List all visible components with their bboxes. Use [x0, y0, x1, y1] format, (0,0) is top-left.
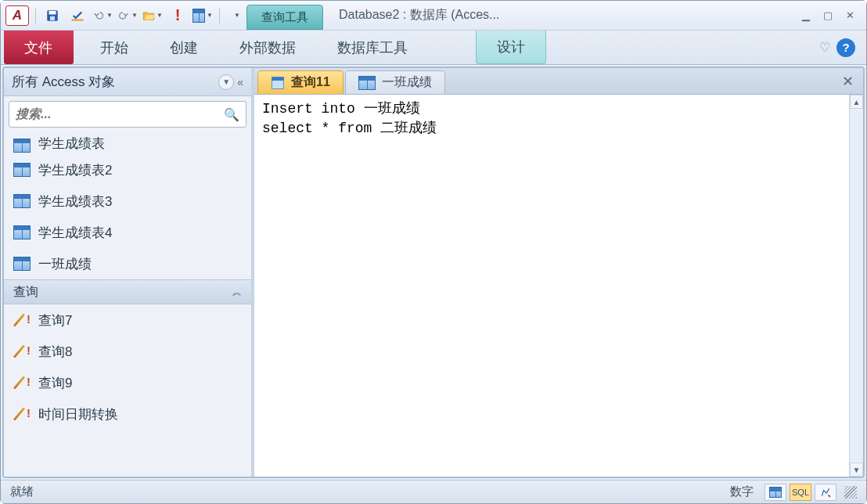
table-icon	[13, 225, 31, 239]
title-bar: A ▼ ▼ ▼ !	[1, 1, 866, 31]
design-view-button[interactable]	[815, 484, 836, 501]
datasheet-view-button[interactable]: ▼	[192, 6, 213, 25]
tab-file[interactable]: 文件	[4, 31, 74, 64]
table-icon	[13, 163, 31, 177]
close-button[interactable]: ✕	[840, 8, 860, 23]
minimize-button[interactable]: ▁	[796, 8, 816, 23]
scroll-up-button[interactable]: ▲	[850, 95, 863, 109]
nav-query-item[interactable]: 时间日期转换	[4, 398, 251, 430]
nav-search-box: 🔍	[9, 101, 246, 128]
chevron-up-icon: ︽	[232, 286, 242, 299]
search-input[interactable]	[16, 107, 224, 121]
tab-create[interactable]: 创建	[149, 31, 219, 64]
svg-rect-1	[49, 11, 56, 15]
doc-tab-label: 查询11	[291, 74, 330, 91]
query-icon	[13, 312, 31, 328]
open-button[interactable]: ▼	[142, 6, 163, 25]
maximize-button[interactable]: ▢	[818, 8, 838, 23]
query-icon	[13, 344, 31, 359]
dropdown-arrow-icon: ▼	[106, 12, 113, 19]
sql-editor[interactable]: Insert into 一班成绩 select * from 二班成绩	[254, 95, 849, 477]
nav-item-label: 学生成绩表2	[38, 161, 112, 179]
nav-item-label: 学生成绩表4	[38, 224, 112, 242]
tab-design[interactable]: 设计	[476, 31, 546, 64]
resize-grip[interactable]	[844, 486, 857, 499]
datasheet-view-button[interactable]	[764, 484, 786, 501]
table-icon	[13, 194, 31, 208]
app-icon: A	[5, 5, 29, 26]
nav-object-list[interactable]: 学生成绩表 学生成绩表2 学生成绩表3 学生成绩表4 一班成绩	[4, 132, 251, 477]
query-icon	[13, 406, 31, 422]
nav-item-label: 查询8	[38, 343, 72, 361]
brush-check-icon	[70, 9, 85, 23]
svg-rect-2	[50, 16, 55, 20]
save-icon	[45, 9, 59, 23]
sql-view-button[interactable]: SQL	[790, 484, 811, 501]
vertical-scrollbar[interactable]: ▲ ▼	[849, 95, 863, 477]
window-title: Database2 : 数据库 (Acces...	[339, 7, 796, 23]
save-button[interactable]	[42, 6, 63, 25]
status-mode-text: 数字	[730, 484, 754, 499]
help-button[interactable]: ?	[836, 38, 855, 57]
tab-database-tools[interactable]: 数据库工具	[317, 31, 429, 64]
search-icon[interactable]: 🔍	[224, 107, 239, 122]
quick-format-button[interactable]	[67, 6, 88, 25]
dropdown-arrow-icon: ▼	[156, 12, 163, 19]
status-text: 就绪	[10, 484, 34, 499]
nav-table-item[interactable]: 学生成绩表2	[4, 154, 251, 185]
ribbon-tabs: 文件 开始 创建 外部数据 数据库工具 设计 ♡ ?	[1, 31, 866, 65]
table-icon	[192, 9, 205, 23]
doc-tab-class1-scores[interactable]: 一班成绩	[345, 70, 445, 94]
redo-button[interactable]: ▼	[117, 6, 138, 25]
nav-table-item[interactable]: 学生成绩表	[4, 132, 251, 154]
nav-table-item[interactable]: 学生成绩表3	[4, 185, 251, 217]
nav-group-queries[interactable]: 查询 ︽	[4, 279, 251, 304]
nav-table-item[interactable]: 学生成绩表4	[4, 217, 251, 248]
doc-tab-close-button[interactable]: ✕	[833, 73, 863, 90]
separator	[219, 8, 220, 23]
contextual-tab-area: 查询工具	[246, 1, 323, 30]
undo-button[interactable]: ▼	[92, 6, 113, 25]
tab-external-data[interactable]: 外部数据	[219, 31, 317, 64]
folder-open-icon	[142, 9, 155, 23]
alert-button[interactable]: !	[167, 6, 188, 25]
svg-rect-5	[272, 77, 284, 81]
nav-item-label: 学生成绩表	[38, 135, 105, 153]
nav-query-item[interactable]: 查询9	[4, 367, 251, 398]
nav-query-item[interactable]: 查询7	[4, 304, 251, 336]
svg-rect-3	[72, 19, 84, 20]
status-right: 数字 SQL	[730, 484, 857, 501]
document-tabs: 查询11 一班成绩 ✕	[254, 68, 863, 95]
doc-tab-label: 一班成绩	[382, 74, 432, 91]
table-icon	[13, 139, 31, 153]
window-controls: ▁ ▢ ✕	[796, 8, 860, 23]
query-tab-icon	[271, 76, 285, 90]
nav-table-item[interactable]: 一班成绩	[4, 248, 251, 279]
nav-collapse-button[interactable]: «	[237, 76, 243, 88]
nav-pane-title: 所有 Access 对象	[12, 73, 115, 91]
dropdown-arrow-icon: ▼	[207, 12, 213, 19]
quick-access-toolbar: ▼ ▼ ▼ ! ▼ ▼	[42, 6, 246, 25]
ribbon-minimize-icon[interactable]: ♡	[819, 40, 830, 55]
design-view-icon	[819, 487, 832, 498]
query-icon	[13, 375, 31, 391]
nav-pane-header[interactable]: 所有 Access 对象 ▼ «	[4, 68, 251, 96]
document-area: 查询11 一班成绩 ✕ Insert into 一班成绩 select * fr…	[254, 68, 863, 477]
nav-item-label: 一班成绩	[38, 255, 92, 273]
scroll-down-button[interactable]: ▼	[850, 463, 863, 477]
nav-category-dropdown[interactable]: ▼	[218, 74, 234, 90]
table-icon	[358, 76, 376, 90]
dropdown-arrow-icon: ▼	[131, 12, 138, 19]
nav-item-label: 查询7	[38, 311, 72, 329]
customize-qat-button[interactable]: ▼	[226, 6, 246, 25]
doc-tab-query11[interactable]: 查询11	[257, 70, 344, 94]
nav-item-label: 查询9	[38, 374, 72, 392]
scroll-track[interactable]	[850, 109, 863, 463]
nav-query-item[interactable]: 查询8	[4, 336, 251, 367]
separator	[35, 8, 36, 23]
exclamation-icon: !	[175, 6, 181, 24]
redo-icon	[117, 9, 130, 23]
dropdown-arrow-icon: ▼	[234, 12, 240, 19]
ribbon-right: ♡ ?	[819, 31, 866, 64]
tab-home[interactable]: 开始	[80, 31, 149, 64]
